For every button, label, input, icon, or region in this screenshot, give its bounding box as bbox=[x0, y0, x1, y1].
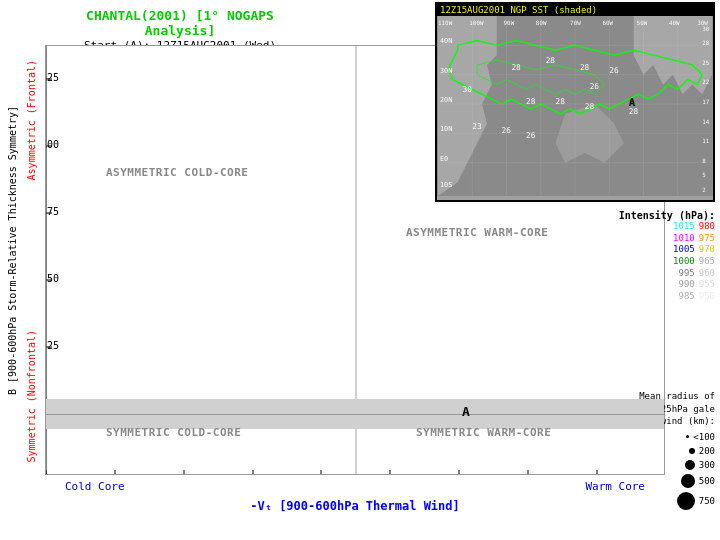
sym-warm-label: SYMMETRIC WARM-CORE bbox=[416, 426, 551, 439]
legend-row-7: 985 950 bbox=[585, 291, 715, 303]
ytick-125: 125 bbox=[45, 72, 59, 83]
svg-text:60W: 60W bbox=[602, 20, 613, 26]
ytick-25: 25 bbox=[47, 340, 59, 351]
horizontal-zero-line bbox=[46, 414, 664, 415]
asym-warm-label: ASYMMETRIC WARM-CORE bbox=[406, 226, 548, 239]
svg-text:28: 28 bbox=[546, 56, 556, 65]
legend-val-965: 965 bbox=[699, 256, 715, 268]
legend-row-5: 995 960 bbox=[585, 268, 715, 280]
ytick-50: 50 bbox=[47, 273, 59, 284]
legend-title: Intensity (hPa): bbox=[585, 210, 715, 221]
legend-row-2: 1010 975 bbox=[585, 233, 715, 245]
legend-val-975: 975 bbox=[699, 233, 715, 245]
svg-text:14: 14 bbox=[702, 119, 710, 125]
dot-row-3: 300 bbox=[555, 460, 715, 470]
svg-text:10S: 10S bbox=[440, 181, 452, 189]
sym-cold-label: SYMMETRIC COLD-CORE bbox=[106, 426, 241, 439]
svg-text:28: 28 bbox=[580, 63, 590, 72]
svg-text:28: 28 bbox=[555, 97, 565, 106]
svg-text:40N: 40N bbox=[440, 37, 452, 45]
svg-text:90W: 90W bbox=[504, 20, 515, 26]
svg-text:2: 2 bbox=[702, 187, 706, 193]
dot-200 bbox=[689, 448, 695, 454]
legend-val-960: 960 bbox=[699, 268, 715, 280]
x-axis-text: -Vₜ [900-600hPa Thermal Wind] bbox=[250, 499, 460, 513]
map-svg: 30 28 28 28 26 26 28 28 28 23 26 26 28 A bbox=[437, 16, 713, 196]
asymmetric-label: Asymmetric (Frontal) bbox=[22, 60, 40, 184]
y-axis-text: B [900-600hPa Storm-Relative Thickness S… bbox=[7, 106, 18, 395]
marker-a-plot: A bbox=[462, 404, 470, 419]
svg-text:100W: 100W bbox=[469, 20, 484, 26]
svg-text:40W: 40W bbox=[669, 20, 680, 26]
legend-val-1015: 1015 bbox=[673, 221, 695, 233]
dot-row-5: 750 bbox=[555, 492, 715, 510]
main-title: CHANTAL(2001) [1° NOGAPS Analysis] bbox=[60, 8, 300, 38]
legend-val-950: 950 bbox=[699, 291, 715, 303]
y-axis-label: B [900-600hPa Storm-Relative Thickness S… bbox=[2, 50, 22, 450]
legend-val-1010: 1010 bbox=[673, 233, 695, 245]
dot-300 bbox=[685, 460, 695, 470]
dot-label-300: 300 bbox=[699, 460, 715, 470]
dot-row-1: <100 bbox=[555, 432, 715, 442]
asym-cold-label: ASYMMETRIC COLD-CORE bbox=[106, 166, 248, 179]
legend-row-1: 1015 980 bbox=[585, 221, 715, 233]
dot-label-200: 200 bbox=[699, 446, 715, 456]
svg-text:20N: 20N bbox=[440, 96, 452, 104]
svg-text:28: 28 bbox=[511, 63, 521, 72]
vertical-center-line bbox=[355, 46, 357, 474]
svg-text:28: 28 bbox=[702, 40, 710, 46]
svg-text:70W: 70W bbox=[570, 20, 581, 26]
dot-label-500: 500 bbox=[699, 476, 715, 486]
svg-text:10N: 10N bbox=[440, 125, 452, 133]
main-container: CHANTAL(2001) [1° NOGAPS Analysis] Start… bbox=[0, 0, 720, 540]
svg-text:8: 8 bbox=[702, 158, 706, 164]
map-title: 12Z15AUG2001 NGP SST (shaded) bbox=[437, 4, 713, 16]
legend-val-970: 970 bbox=[699, 244, 715, 256]
symmetric-label: Symmetric (Nonfrontal) bbox=[22, 330, 40, 466]
dot-row-4: 500 bbox=[555, 474, 715, 488]
legend-val-995: 995 bbox=[678, 268, 694, 280]
svg-text:23: 23 bbox=[472, 121, 482, 130]
legend-row-6: 990 955 bbox=[585, 279, 715, 291]
legend-val-980: 980 bbox=[699, 221, 715, 233]
dot-500 bbox=[681, 474, 695, 488]
dot-small bbox=[686, 435, 689, 438]
svg-text:28: 28 bbox=[526, 97, 536, 106]
legend-val-990: 990 bbox=[678, 279, 694, 291]
dot-label-100: <100 bbox=[693, 432, 715, 442]
ytick-100: 100 bbox=[45, 139, 59, 150]
legend-row-3: 1005 970 bbox=[585, 244, 715, 256]
svg-text:26: 26 bbox=[526, 131, 536, 140]
dot-label-750: 750 bbox=[699, 496, 715, 506]
dot-row-2: 200 bbox=[555, 446, 715, 456]
svg-text:80W: 80W bbox=[536, 20, 547, 26]
sym-text: Symmetric (Nonfrontal) bbox=[26, 330, 37, 462]
svg-text:26: 26 bbox=[590, 82, 600, 91]
svg-text:30N: 30N bbox=[440, 67, 452, 75]
legend-val-955: 955 bbox=[699, 279, 715, 291]
legend-val-1000: 1000 bbox=[673, 256, 695, 268]
svg-text:5: 5 bbox=[702, 172, 706, 178]
svg-text:110W: 110W bbox=[438, 20, 453, 26]
legend-row-4: 1000 965 bbox=[585, 256, 715, 268]
svg-text:E0: E0 bbox=[440, 155, 448, 163]
svg-text:30: 30 bbox=[702, 26, 710, 32]
asym-text: Asymmetric (Frontal) bbox=[26, 60, 37, 180]
dot-750 bbox=[677, 492, 695, 510]
svg-text:A: A bbox=[629, 96, 636, 109]
map-content: 30 28 28 28 26 26 28 28 28 23 26 26 28 A bbox=[437, 16, 713, 196]
legend-area: Intensity (hPa): 1015 980 1010 975 1005 … bbox=[585, 210, 715, 303]
svg-text:17: 17 bbox=[702, 99, 710, 105]
svg-text:26: 26 bbox=[609, 66, 619, 75]
ytick-75: 75 bbox=[47, 206, 59, 217]
svg-text:28: 28 bbox=[585, 102, 595, 111]
cold-core-label: Cold Core bbox=[65, 480, 125, 493]
map-overlay: 12Z15AUG2001 NGP SST (shaded) 30 28 28 2… bbox=[435, 2, 715, 202]
legend-val-1005: 1005 bbox=[673, 244, 695, 256]
svg-text:22: 22 bbox=[702, 79, 710, 85]
svg-text:30: 30 bbox=[463, 85, 473, 94]
svg-text:11: 11 bbox=[702, 138, 710, 144]
legend-val-985: 985 bbox=[678, 291, 694, 303]
svg-text:25: 25 bbox=[702, 60, 710, 66]
svg-text:50W: 50W bbox=[637, 20, 648, 26]
